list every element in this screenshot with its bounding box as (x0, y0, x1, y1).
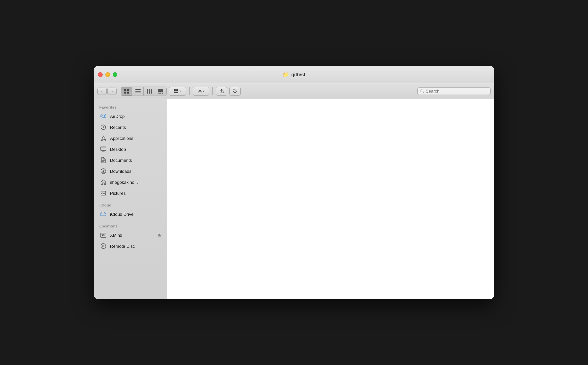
sidebar-item-applications[interactable]: Applications (96, 133, 165, 144)
icloud-drive-label: iCloud Drive (110, 212, 134, 217)
gallery-view-button[interactable] (155, 87, 166, 96)
sidebar-item-recents[interactable]: Recents (96, 122, 165, 133)
icon-view-button[interactable] (121, 87, 132, 96)
svg-rect-9 (151, 89, 152, 94)
svg-rect-17 (176, 92, 178, 93)
sidebar-item-home[interactable]: shogokakino... (96, 177, 165, 187)
title-text: gittest (291, 72, 305, 77)
svg-rect-5 (135, 91, 141, 92)
desktop-label: Desktop (110, 147, 126, 152)
search-box[interactable] (417, 87, 491, 95)
xmind-icon (100, 232, 107, 238)
svg-rect-4 (135, 89, 141, 90)
home-icon (100, 179, 107, 185)
svg-rect-25 (101, 147, 106, 148)
share-icon (219, 89, 224, 94)
xmind-label: XMind (110, 233, 122, 238)
svg-rect-2 (124, 92, 126, 94)
xmind-eject-button[interactable]: ⏏ (157, 233, 161, 237)
group-by-button[interactable]: ▾ (169, 87, 186, 96)
maximize-button[interactable] (113, 72, 117, 77)
svg-rect-1 (127, 89, 129, 91)
tag-button[interactable] (229, 87, 241, 96)
pictures-label: Pictures (110, 191, 126, 196)
search-input[interactable] (426, 89, 488, 94)
toolbar: ‹ › (94, 83, 494, 99)
forward-button[interactable]: › (107, 88, 117, 95)
toolbar-separator-2 (212, 87, 213, 95)
toolbar-separator-1 (189, 87, 190, 95)
file-area[interactable] (167, 99, 494, 299)
recents-label: Recents (110, 125, 126, 130)
svg-rect-12 (160, 93, 161, 94)
svg-point-20 (421, 90, 423, 92)
downloads-icon (100, 168, 107, 175)
sidebar-item-downloads[interactable]: Downloads (96, 166, 165, 177)
svg-rect-15 (176, 89, 178, 91)
airdrop-icon (100, 113, 107, 120)
svg-rect-7 (147, 89, 148, 94)
airdrop-label: AirDrop (110, 114, 125, 119)
svg-point-22 (102, 115, 105, 118)
icloud-icon (100, 211, 107, 217)
share-button[interactable] (216, 87, 227, 96)
applications-icon (100, 135, 107, 142)
icon-view-icon (124, 89, 129, 94)
svg-point-33 (102, 234, 104, 236)
svg-rect-10 (158, 89, 163, 92)
back-button[interactable]: ‹ (97, 88, 107, 95)
sidebar-item-icloud-drive[interactable]: iCloud Drive (96, 209, 165, 219)
sidebar: Favorites AirDrop (94, 99, 167, 299)
titlebar: 📁 gittest (94, 66, 494, 83)
group-chevron: ▾ (179, 90, 181, 93)
home-label: shogokakino... (110, 180, 138, 185)
group-icon (174, 89, 179, 94)
remote-disc-icon (100, 243, 107, 249)
tag-icon (233, 89, 237, 94)
svg-rect-30 (101, 191, 106, 195)
svg-rect-14 (174, 89, 176, 91)
svg-rect-32 (101, 233, 106, 237)
remote-disc-label: Remote Disc (110, 244, 135, 249)
documents-icon (100, 157, 107, 164)
svg-rect-16 (174, 92, 176, 93)
applications-label: Applications (110, 136, 133, 141)
downloads-label: Downloads (110, 169, 131, 174)
finder-window: 📁 gittest ‹ › (94, 66, 494, 299)
svg-point-19 (234, 90, 234, 91)
svg-line-21 (423, 92, 424, 93)
sidebar-item-documents[interactable]: Documents (96, 155, 165, 166)
column-view-icon (147, 89, 152, 94)
close-button[interactable] (98, 72, 103, 77)
list-view-button[interactable] (132, 87, 144, 96)
sidebar-item-airdrop[interactable]: AirDrop (96, 111, 165, 122)
gallery-view-icon (158, 89, 163, 94)
desktop-icon (100, 146, 107, 153)
nav-group: ‹ › (97, 88, 117, 95)
svg-rect-11 (158, 93, 160, 94)
svg-rect-3 (127, 92, 129, 94)
sidebar-item-remote-disc[interactable]: Remote Disc (96, 241, 165, 251)
search-icon (420, 89, 424, 93)
gear-icon (198, 89, 202, 94)
main-layout: ‹ › (94, 83, 494, 299)
traffic-lights (98, 72, 117, 77)
favorites-section-label: Favorites (94, 103, 167, 111)
column-view-button[interactable] (144, 87, 155, 96)
svg-rect-8 (149, 89, 150, 94)
window-title: 📁 gittest (283, 71, 305, 78)
list-view-icon (135, 89, 141, 94)
actions-button[interactable]: ▾ (193, 87, 209, 96)
body-layout: Favorites AirDrop (94, 99, 494, 299)
documents-label: Documents (110, 158, 132, 163)
sidebar-item-pictures[interactable]: Pictures (96, 188, 165, 198)
svg-rect-13 (162, 93, 163, 94)
svg-rect-6 (135, 93, 141, 93)
sidebar-item-desktop[interactable]: Desktop (96, 144, 165, 155)
sidebar-item-xmind[interactable]: XMind ⏏ (96, 230, 165, 240)
minimize-button[interactable] (105, 72, 110, 77)
svg-point-37 (103, 246, 104, 246)
folder-icon: 📁 (283, 71, 289, 78)
locations-section-label: Locations (94, 222, 167, 229)
actions-chevron: ▾ (203, 90, 205, 93)
